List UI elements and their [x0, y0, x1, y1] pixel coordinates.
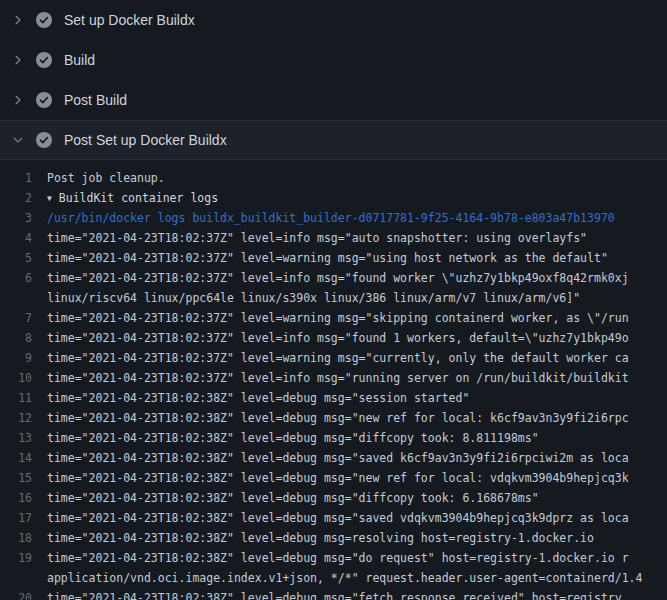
- line-number[interactable]: [0, 288, 47, 308]
- line-number[interactable]: 18: [0, 528, 47, 548]
- line-number[interactable]: 8: [0, 328, 47, 348]
- log-text-content: time="2021-04-23T18:02:38Z" level=debug …: [47, 551, 629, 565]
- line-number[interactable]: 1: [0, 168, 47, 188]
- chevron-right-icon: [12, 14, 24, 26]
- line-number[interactable]: 2: [0, 188, 47, 208]
- log-text-content: time="2021-04-23T18:02:38Z" level=debug …: [47, 451, 629, 465]
- log-text: ▼time="2021-04-23T18:02:38Z" level=debug…: [47, 548, 667, 568]
- log-text-content: /usr/bin/docker logs buildx_buildkit_bui…: [47, 211, 615, 225]
- log-line: ▼linux/riscv64 linux/ppc64le linux/s390x…: [0, 288, 667, 308]
- line-number[interactable]: 16: [0, 488, 47, 508]
- log-text: ▼Post job cleanup.: [47, 168, 667, 188]
- log-text: ▼time="2021-04-23T18:02:38Z" level=debug…: [47, 448, 667, 468]
- log-text-content: application/vnd.oci.image.index.v1+json,…: [47, 571, 642, 585]
- log-text-content: time="2021-04-23T18:02:38Z" level=debug …: [47, 431, 539, 445]
- step-label: Set up Docker Buildx: [64, 12, 195, 28]
- log-text: ▼time="2021-04-23T18:02:37Z" level=warni…: [47, 248, 667, 268]
- line-number[interactable]: 4: [0, 228, 47, 248]
- log-line: 1 ▼Post job cleanup.: [0, 168, 667, 188]
- log-line: 8 ▼time="2021-04-23T18:02:37Z" level=inf…: [0, 328, 667, 348]
- log-line: 2 ▼BuildKit container logs: [0, 188, 667, 208]
- line-number[interactable]: 9: [0, 348, 47, 368]
- log-text-content: time="2021-04-23T18:02:38Z" level=debug …: [47, 411, 629, 425]
- line-number[interactable]: 20: [0, 588, 47, 600]
- log-line: 18 ▼time="2021-04-23T18:02:38Z" level=de…: [0, 528, 667, 548]
- line-number[interactable]: 6: [0, 268, 47, 288]
- log-text-content: time="2021-04-23T18:02:38Z" level=debug …: [47, 511, 629, 525]
- step-header-set-up-docker-buildx[interactable]: Set up Docker Buildx: [0, 0, 667, 40]
- line-number[interactable]: 14: [0, 448, 47, 468]
- log-line: 7 ▼time="2021-04-23T18:02:37Z" level=war…: [0, 308, 667, 328]
- log-text: ▼time="2021-04-23T18:02:37Z" level=info …: [47, 328, 667, 348]
- log-line: 3 ▼/usr/bin/docker logs buildx_buildkit_…: [0, 208, 667, 228]
- log-text-content: time="2021-04-23T18:02:37Z" level=info m…: [47, 271, 629, 285]
- log-text: ▼time="2021-04-23T18:02:37Z" level=warni…: [47, 308, 667, 328]
- log-text: ▼time="2021-04-23T18:02:38Z" level=debug…: [47, 488, 667, 508]
- chevron-right-icon: [12, 54, 24, 66]
- steps-list: Set up Docker Buildx Build P: [0, 0, 667, 160]
- log-text: ▼time="2021-04-23T18:02:38Z" level=debug…: [47, 528, 667, 548]
- log-text-content: time="2021-04-23T18:02:38Z" level=debug …: [47, 471, 629, 485]
- line-number[interactable]: [0, 568, 47, 588]
- chevron-down-icon: [12, 134, 24, 146]
- log-text-content: time="2021-04-23T18:02:37Z" level=warnin…: [47, 251, 608, 265]
- log-line: 9 ▼time="2021-04-23T18:02:37Z" level=war…: [0, 348, 667, 368]
- line-number[interactable]: 13: [0, 428, 47, 448]
- line-number[interactable]: 19: [0, 548, 47, 568]
- log-text-content: time="2021-04-23T18:02:37Z" level=warnin…: [47, 311, 629, 325]
- log-text: ▼time="2021-04-23T18:02:38Z" level=debug…: [47, 468, 667, 488]
- line-number[interactable]: 15: [0, 468, 47, 488]
- log-line: 15 ▼time="2021-04-23T18:02:38Z" level=de…: [0, 468, 667, 488]
- log-text-content: time="2021-04-23T18:02:38Z" level=debug …: [47, 591, 622, 600]
- log-line: 6 ▼time="2021-04-23T18:02:37Z" level=inf…: [0, 268, 667, 288]
- log-text: ▼BuildKit container logs: [47, 188, 667, 208]
- log-text-content: Post job cleanup.: [47, 171, 165, 185]
- log-text-content: time="2021-04-23T18:02:38Z" level=debug …: [47, 391, 469, 405]
- log-text-content: time="2021-04-23T18:02:37Z" level=info m…: [47, 371, 629, 385]
- log-line: 19 ▼time="2021-04-23T18:02:38Z" level=de…: [0, 548, 667, 568]
- log-text: ▼time="2021-04-23T18:02:37Z" level=info …: [47, 228, 667, 248]
- line-number[interactable]: 5: [0, 248, 47, 268]
- line-number[interactable]: 11: [0, 388, 47, 408]
- log-text: ▼/usr/bin/docker logs buildx_buildkit_bu…: [47, 208, 667, 228]
- line-number[interactable]: 12: [0, 408, 47, 428]
- check-circle-icon: [36, 92, 52, 108]
- log-text: ▼time="2021-04-23T18:02:37Z" level=info …: [47, 368, 667, 388]
- log-line: 14 ▼time="2021-04-23T18:02:38Z" level=de…: [0, 448, 667, 468]
- step-header-post-build[interactable]: Post Build: [0, 80, 667, 120]
- line-number[interactable]: 10: [0, 368, 47, 388]
- chevron-right-icon: [12, 94, 24, 106]
- line-number[interactable]: 7: [0, 308, 47, 328]
- log-line: 4 ▼time="2021-04-23T18:02:37Z" level=inf…: [0, 228, 667, 248]
- log-text: ▼time="2021-04-23T18:02:38Z" level=debug…: [47, 508, 667, 528]
- check-circle-icon: [36, 52, 52, 68]
- log-text-content: BuildKit container logs: [59, 191, 218, 205]
- step-label: Post Set up Docker Buildx: [64, 132, 227, 148]
- log-line: 11 ▼time="2021-04-23T18:02:38Z" level=de…: [0, 388, 667, 408]
- log-line: 13 ▼time="2021-04-23T18:02:38Z" level=de…: [0, 428, 667, 448]
- log-line: 16 ▼time="2021-04-23T18:02:38Z" level=de…: [0, 488, 667, 508]
- log-viewer[interactable]: 1 ▼Post job cleanup. 2 ▼BuildKit contain…: [0, 160, 667, 600]
- log-text: ▼linux/riscv64 linux/ppc64le linux/s390x…: [47, 288, 667, 308]
- log-text-content: time="2021-04-23T18:02:37Z" level=warnin…: [47, 351, 629, 365]
- group-toggle-icon[interactable]: ▼: [47, 194, 52, 203]
- log-text: ▼time="2021-04-23T18:02:37Z" level=warni…: [47, 348, 667, 368]
- log-text-content: time="2021-04-23T18:02:38Z" level=debug …: [47, 531, 594, 545]
- log-text-content: time="2021-04-23T18:02:37Z" level=info m…: [47, 331, 629, 345]
- log-line: 10 ▼time="2021-04-23T18:02:37Z" level=in…: [0, 368, 667, 388]
- log-text: ▼time="2021-04-23T18:02:38Z" level=debug…: [47, 588, 667, 600]
- line-number[interactable]: 3: [0, 208, 47, 228]
- line-number[interactable]: 17: [0, 508, 47, 528]
- log-line: 12 ▼time="2021-04-23T18:02:38Z" level=de…: [0, 408, 667, 428]
- log-text-content: time="2021-04-23T18:02:38Z" level=debug …: [47, 491, 539, 505]
- log-line: 20 ▼time="2021-04-23T18:02:38Z" level=de…: [0, 588, 667, 600]
- log-text-content: linux/riscv64 linux/ppc64le linux/s390x …: [47, 291, 580, 305]
- log-line: 5 ▼time="2021-04-23T18:02:37Z" level=war…: [0, 248, 667, 268]
- log-text: ▼time="2021-04-23T18:02:37Z" level=info …: [47, 268, 667, 288]
- step-label: Post Build: [64, 92, 127, 108]
- log-text: ▼time="2021-04-23T18:02:38Z" level=debug…: [47, 388, 667, 408]
- step-header-build[interactable]: Build: [0, 40, 667, 80]
- log-text: ▼application/vnd.oci.image.index.v1+json…: [47, 568, 667, 588]
- log-text: ▼time="2021-04-23T18:02:38Z" level=debug…: [47, 428, 667, 448]
- step-header-post-set-up-docker-buildx[interactable]: Post Set up Docker Buildx: [0, 120, 667, 160]
